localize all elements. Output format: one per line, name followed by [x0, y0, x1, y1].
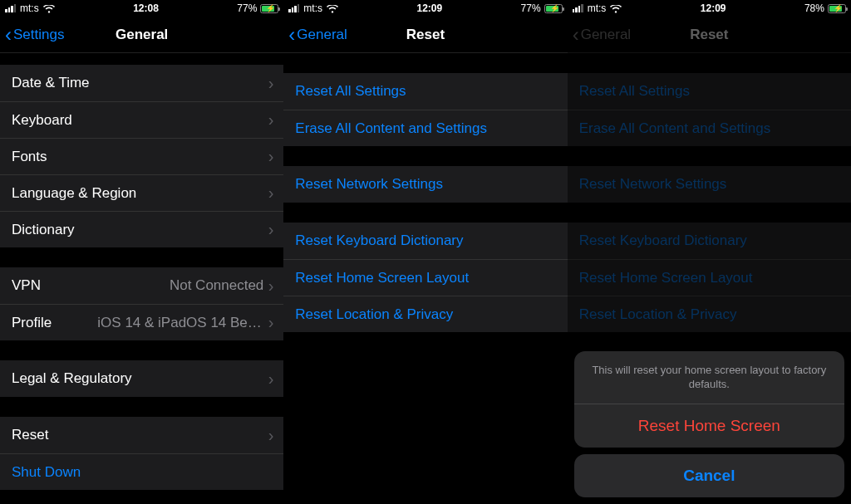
- cell-erase-all-content[interactable]: Erase All Content and Settings: [283, 110, 567, 146]
- cell-reset-all-settings: Reset All Settings: [568, 73, 851, 110]
- cell-label: Erase All Content and Settings: [295, 120, 487, 137]
- back-button[interactable]: ‹ Settings: [0, 25, 64, 45]
- action-sheet: This will reset your home screen layout …: [574, 351, 844, 497]
- carrier-label: mt:s: [588, 2, 607, 14]
- cell-reset-location-privacy: Reset Location & Privacy: [568, 296, 851, 332]
- cell-reset-network-settings[interactable]: Reset Network Settings: [283, 166, 567, 203]
- chevron-right-icon: ›: [268, 426, 274, 445]
- chevron-left-icon: ‹: [573, 25, 579, 45]
- cell-label: Reset Location & Privacy: [295, 306, 453, 323]
- battery-pct: 77%: [237, 2, 257, 14]
- status-time: 12:08: [133, 2, 159, 14]
- nav-bar: ‹ General Reset: [283, 17, 567, 53]
- status-bar: mt:s 12:09 78% ⚡: [568, 0, 851, 17]
- cell-reset-home-screen-layout: Reset Home Screen Layout: [568, 259, 851, 296]
- cell-language-region[interactable]: Language & Region›: [0, 174, 283, 211]
- back-button[interactable]: ‹ General: [283, 25, 347, 45]
- battery-pct: 77%: [521, 2, 541, 14]
- signal-bars-icon: [5, 4, 16, 12]
- wifi-icon: [43, 4, 55, 12]
- cell-reset-keyboard-dictionary: Reset Keyboard Dictionary: [568, 223, 851, 259]
- chevron-right-icon: ›: [268, 220, 274, 239]
- chevron-right-icon: ›: [268, 147, 274, 166]
- cell-label: Reset All Settings: [295, 83, 406, 100]
- cell-label: Reset: [12, 427, 48, 443]
- chevron-right-icon: ›: [268, 74, 274, 93]
- cell-fonts[interactable]: Fonts›: [0, 138, 283, 174]
- cell-reset-all-settings[interactable]: Reset All Settings: [283, 73, 567, 110]
- cell-detail: iOS 14 & iPadOS 14 Beta Softwar…: [97, 315, 263, 331]
- chevron-right-icon: ›: [268, 313, 274, 332]
- wifi-icon: [610, 4, 622, 12]
- wifi-icon: [327, 4, 338, 12]
- chevron-left-icon: ‹: [5, 25, 12, 45]
- back-label: General: [581, 27, 631, 43]
- status-bar: mt:s 12:09 77% ⚡: [283, 0, 567, 17]
- cell-label: Reset Network Settings: [579, 176, 727, 193]
- screen-reset-action-sheet: mt:s 12:09 78% ⚡ ‹ General Reset Reset A…: [568, 0, 851, 504]
- cell-label: Erase All Content and Settings: [579, 120, 771, 137]
- screen-reset: mt:s 12:09 77% ⚡ ‹ General Reset Reset A…: [283, 0, 567, 504]
- chevron-right-icon: ›: [268, 369, 274, 389]
- cell-label: Reset Home Screen Layout: [579, 270, 753, 286]
- cell-detail: Not Connected: [170, 277, 263, 294]
- chevron-right-icon: ›: [268, 183, 274, 203]
- cell-vpn[interactable]: VPNNot Connected›: [0, 267, 283, 304]
- cell-dictionary[interactable]: Dictionary›: [0, 211, 283, 247]
- chevron-left-icon: ‹: [288, 25, 295, 45]
- cell-legal-regulatory[interactable]: Legal & Regulatory›: [0, 360, 283, 397]
- cell-label: Reset Keyboard Dictionary: [579, 232, 747, 249]
- back-label: Settings: [13, 27, 64, 43]
- cell-date-time[interactable]: Date & Time›: [0, 65, 283, 101]
- cell-reset-network-settings: Reset Network Settings: [568, 166, 851, 203]
- cell-profile[interactable]: ProfileiOS 14 & iPadOS 14 Beta Softwar…›: [0, 304, 283, 340]
- battery-pct: 78%: [804, 2, 824, 14]
- cell-label: Legal & Regulatory: [12, 370, 132, 387]
- cell-label: Reset Home Screen Layout: [295, 270, 469, 286]
- back-label: General: [297, 27, 347, 43]
- cell-label: Language & Region: [12, 185, 136, 202]
- cell-label: VPN: [12, 277, 41, 294]
- cell-label: Reset Keyboard Dictionary: [295, 232, 463, 249]
- status-bar: mt:s 12:08 77% ⚡: [0, 0, 283, 17]
- nav-bar: ‹ General Reset: [568, 17, 851, 53]
- cell-reset[interactable]: Reset›: [0, 417, 283, 453]
- carrier-label: mt:s: [303, 2, 322, 14]
- cell-erase-all-content: Erase All Content and Settings: [568, 110, 851, 146]
- back-button: ‹ General: [568, 25, 631, 45]
- cell-label: Keyboard: [12, 112, 72, 129]
- cell-keyboard[interactable]: Keyboard›: [0, 101, 283, 138]
- cell-label: Profile: [12, 315, 52, 331]
- action-sheet-message: This will reset your home screen layout …: [574, 351, 844, 404]
- screen-general: mt:s 12:08 77% ⚡ ‹ Settings General Date…: [0, 0, 283, 504]
- battery-icon: ⚡: [260, 4, 278, 13]
- cell-reset-keyboard-dictionary[interactable]: Reset Keyboard Dictionary: [283, 223, 567, 259]
- chevron-right-icon: ›: [268, 276, 274, 296]
- battery-icon: ⚡: [544, 4, 563, 13]
- cell-label: Dictionary: [12, 222, 75, 238]
- cell-label: Date & Time: [12, 75, 90, 91]
- cell-label: Shut Down: [12, 464, 81, 481]
- cell-reset-location-privacy[interactable]: Reset Location & Privacy: [283, 296, 567, 332]
- signal-bars-icon: [573, 4, 583, 12]
- cell-label: Reset Network Settings: [295, 176, 443, 193]
- action-sheet-cancel-button[interactable]: Cancel: [574, 454, 844, 497]
- cell-shut-down[interactable]: Shut Down: [0, 453, 283, 490]
- cell-label: Fonts: [12, 149, 47, 165]
- cell-reset-home-screen-layout[interactable]: Reset Home Screen Layout: [283, 259, 567, 296]
- battery-icon: ⚡: [828, 4, 846, 13]
- cell-label: Reset All Settings: [579, 83, 690, 100]
- carrier-label: mt:s: [20, 2, 39, 14]
- chevron-right-icon: ›: [268, 110, 274, 130]
- status-time: 12:09: [416, 2, 442, 14]
- cell-label: Reset Location & Privacy: [579, 306, 737, 323]
- nav-bar: ‹ Settings General: [0, 17, 283, 53]
- signal-bars-icon: [288, 4, 299, 12]
- status-time: 12:09: [701, 2, 726, 14]
- action-sheet-reset-button[interactable]: Reset Home Screen: [574, 404, 844, 448]
